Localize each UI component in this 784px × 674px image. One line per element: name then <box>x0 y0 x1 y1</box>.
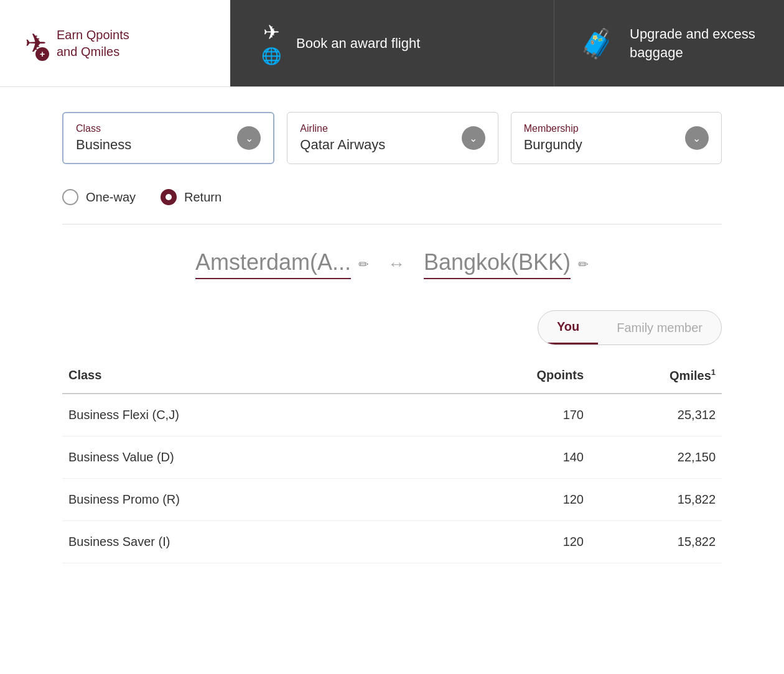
class-dropdown[interactable]: Class Business ⌄ <box>62 112 274 164</box>
row-qmiles: 22,150 <box>590 436 722 478</box>
baggage-icon: 🧳 <box>579 27 615 60</box>
membership-value: Burgundy <box>524 137 582 153</box>
class-value: Business <box>76 137 131 153</box>
return-radio[interactable] <box>161 189 177 205</box>
row-class: Business Flexi (C,J) <box>62 394 458 436</box>
row-class: Business Value (D) <box>62 436 458 478</box>
row-qpoints: 140 <box>458 436 590 478</box>
one-way-label: One-way <box>86 190 136 205</box>
upgrade-label: Upgrade and excess baggage <box>630 25 759 62</box>
col-qpoints-header: Qpoints <box>458 358 590 394</box>
origin-name: Amsterdam(A... <box>195 249 351 279</box>
col-qmiles-header: Qmiles1 <box>590 358 722 394</box>
airline-content: Airline Qatar Airways <box>300 123 385 153</box>
row-class: Business Saver (I) <box>62 520 458 563</box>
nav-earn-section[interactable]: ✈ + Earn Qpointsand Qmiles <box>0 0 230 86</box>
destination-city: Bangkok(BKK) ✏ <box>424 249 589 279</box>
tabs-pill: You Family member <box>538 310 722 345</box>
book-award-label: Book an award flight <box>296 34 420 53</box>
row-qpoints: 120 <box>458 478 590 520</box>
one-way-option[interactable]: One-way <box>62 189 136 205</box>
airline-dropdown[interactable]: Airline Qatar Airways ⌄ <box>287 112 498 164</box>
row-class: Business Promo (R) <box>62 478 458 520</box>
destination-edit-icon[interactable]: ✏ <box>578 257 589 272</box>
trip-type-row: One-way Return <box>62 189 722 224</box>
results-table: Class Qpoints Qmiles1 Business Flexi (C,… <box>62 358 722 563</box>
row-qpoints: 120 <box>458 520 590 563</box>
membership-chevron-icon: ⌄ <box>685 126 709 150</box>
class-label: Class <box>76 123 131 134</box>
class-content: Class Business <box>76 123 131 153</box>
tab-you[interactable]: You <box>538 311 598 344</box>
destination-name: Bangkok(BKK) <box>424 249 571 279</box>
origin-edit-icon[interactable]: ✏ <box>358 257 369 272</box>
table-row: Business Promo (R) 120 15,822 <box>62 478 722 520</box>
row-qmiles: 25,312 <box>590 394 722 436</box>
book-icons: ✈ 🌐 <box>261 21 281 66</box>
earn-icon-wrap: ✈ + <box>25 28 47 58</box>
book-globe-icon: 🌐 <box>261 47 281 66</box>
row-qmiles: 15,822 <box>590 478 722 520</box>
class-chevron-icon: ⌄ <box>237 126 261 150</box>
nav-book-section[interactable]: ✈ 🌐 Book an award flight <box>230 0 554 86</box>
airline-chevron-icon: ⌄ <box>462 126 485 150</box>
one-way-radio[interactable] <box>62 189 78 205</box>
passenger-tabs: You Family member <box>62 310 722 345</box>
origin-city: Amsterdam(A... ✏ <box>195 249 369 279</box>
qmiles-superscript: 1 <box>711 367 716 377</box>
route-swap-icon[interactable]: ↔ <box>388 254 405 274</box>
table-row: Business Value (D) 140 22,150 <box>62 436 722 478</box>
main-content: Class Business ⌄ Airline Qatar Airways ⌄… <box>0 87 784 588</box>
table-row: Business Flexi (C,J) 170 25,312 <box>62 394 722 436</box>
table-body: Business Flexi (C,J) 170 25,312 Business… <box>62 394 722 563</box>
book-plane-icon: ✈ <box>263 21 280 44</box>
route-row: Amsterdam(A... ✏ ↔ Bangkok(BKK) ✏ <box>62 249 722 279</box>
table-row: Business Saver (I) 120 15,822 <box>62 520 722 563</box>
filters-row: Class Business ⌄ Airline Qatar Airways ⌄… <box>62 112 722 164</box>
row-qpoints: 170 <box>458 394 590 436</box>
earn-label: Earn Qpointsand Qmiles <box>57 27 129 60</box>
qmiles-header-text: Qmiles <box>670 369 711 382</box>
return-label: Return <box>184 190 222 205</box>
table-header-row: Class Qpoints Qmiles1 <box>62 358 722 394</box>
membership-label: Membership <box>524 123 582 134</box>
plus-badge-icon: + <box>35 47 49 61</box>
membership-content: Membership Burgundy <box>524 123 582 153</box>
nav-upgrade-section[interactable]: 🧳 Upgrade and excess baggage <box>554 0 784 86</box>
tab-family-member[interactable]: Family member <box>598 312 721 344</box>
airline-value: Qatar Airways <box>300 137 385 153</box>
return-option[interactable]: Return <box>161 189 222 205</box>
airline-label: Airline <box>300 123 385 134</box>
membership-dropdown[interactable]: Membership Burgundy ⌄ <box>511 112 722 164</box>
col-class-header: Class <box>62 358 458 394</box>
top-nav: ✈ + Earn Qpointsand Qmiles ✈ 🌐 Book an a… <box>0 0 784 87</box>
row-qmiles: 15,822 <box>590 520 722 563</box>
